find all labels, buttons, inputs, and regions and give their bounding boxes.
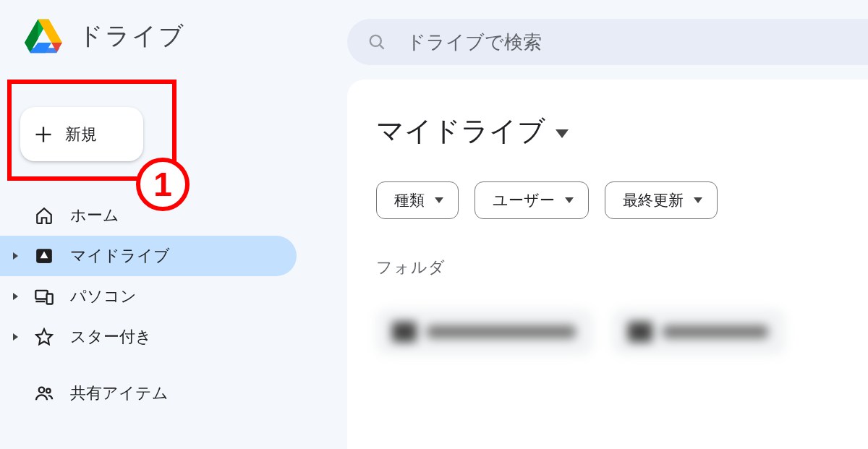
filter-chip-type[interactable]: 種類 xyxy=(376,181,459,219)
plus-icon xyxy=(33,124,54,145)
expand-placeholder xyxy=(13,212,18,219)
sidebar-item-label: パソコン xyxy=(70,286,137,307)
filter-chips: 種類 ユーザー 最終更新 xyxy=(376,181,848,219)
home-icon xyxy=(34,205,54,226)
new-button-label: 新規 xyxy=(65,124,97,145)
sidebar-item-home[interactable]: ホーム xyxy=(0,195,297,236)
sidebar-item-label: マイドライブ xyxy=(70,245,170,267)
svg-point-10 xyxy=(46,389,51,393)
folder-icon xyxy=(392,322,417,342)
chevron-right-icon[interactable] xyxy=(13,333,18,341)
star-icon xyxy=(34,327,54,347)
new-button[interactable]: 新規 xyxy=(20,107,143,161)
folders-row xyxy=(376,309,848,355)
chevron-right-icon[interactable] xyxy=(13,293,18,300)
breadcrumb[interactable]: マイドライブ xyxy=(376,113,848,150)
caret-down-icon xyxy=(565,197,574,203)
svg-line-1 xyxy=(380,45,384,49)
caret-down-icon xyxy=(556,129,569,138)
sidebar-item-label: ホーム xyxy=(70,205,119,226)
svg-rect-7 xyxy=(47,294,53,304)
sidebar-item-shared[interactable]: 共有アイテム xyxy=(0,373,297,414)
sidebar-item-starred[interactable]: スター付き xyxy=(0,317,297,357)
folder-item[interactable] xyxy=(376,309,593,355)
filter-chip-label: ユーザー xyxy=(493,190,555,210)
folder-icon xyxy=(628,322,652,342)
sidebar-item-label: スター付き xyxy=(70,326,152,348)
breadcrumb-label: マイドライブ xyxy=(376,113,545,150)
caret-down-icon xyxy=(435,197,443,203)
svg-rect-5 xyxy=(38,262,49,263)
filter-chip-label: 最終更新 xyxy=(623,190,684,210)
folder-name-blurred xyxy=(663,325,768,338)
svg-point-9 xyxy=(39,388,44,393)
search-bar[interactable] xyxy=(347,19,868,65)
people-icon xyxy=(34,383,54,403)
search-icon xyxy=(367,32,386,52)
svg-rect-6 xyxy=(35,291,47,299)
expand-placeholder xyxy=(13,390,18,397)
main-panel: マイドライブ 種類 ユーザー 最終更新 フォルダ xyxy=(347,80,868,449)
caret-down-icon xyxy=(694,197,702,203)
sidebar-nav: ホーム マイドライブ パソコン xyxy=(0,195,297,414)
search-input[interactable] xyxy=(407,31,868,54)
filter-chip-label: 種類 xyxy=(394,190,425,210)
svg-point-0 xyxy=(370,35,381,46)
filter-chip-modified[interactable]: 最終更新 xyxy=(605,181,718,219)
brand-title: ドライブ xyxy=(78,20,185,53)
sidebar-item-label: 共有アイテム xyxy=(70,382,169,404)
drive-logo-icon xyxy=(25,19,62,54)
chevron-right-icon[interactable] xyxy=(13,252,18,260)
folder-name-blurred xyxy=(427,325,576,338)
filter-chip-people[interactable]: ユーザー xyxy=(475,181,589,219)
folder-item[interactable] xyxy=(612,309,786,355)
brand: ドライブ xyxy=(25,19,185,54)
section-folders-heading: フォルダ xyxy=(376,257,848,278)
drive-dark-icon xyxy=(34,246,54,266)
sidebar-item-mydrive[interactable]: マイドライブ xyxy=(0,236,297,276)
sidebar-item-computers[interactable]: パソコン xyxy=(0,276,297,317)
devices-icon xyxy=(34,286,54,307)
